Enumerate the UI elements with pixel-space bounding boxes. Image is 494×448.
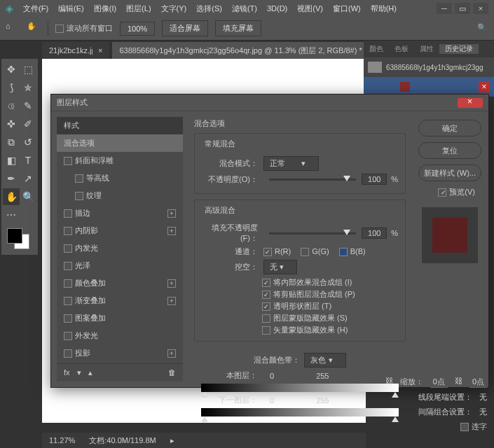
opacity-slider[interactable] bbox=[269, 178, 356, 181]
add-effect-icon[interactable]: + bbox=[167, 297, 176, 305]
effect-satin[interactable]: 光泽 bbox=[57, 257, 183, 274]
color-swatches[interactable] bbox=[7, 228, 32, 249]
blend-mode-select[interactable]: 正常 ▾ bbox=[263, 156, 319, 171]
fill-screen-button[interactable]: 填充屏幕 bbox=[215, 20, 261, 36]
doc-size[interactable]: 文档:40.0M/119.8M bbox=[89, 435, 156, 446]
chain-icon[interactable]: ⛓ bbox=[455, 377, 462, 388]
fit-screen-button[interactable]: 适合屏幕 bbox=[162, 20, 208, 36]
eyedropper-tool-icon[interactable]: ✎ bbox=[20, 97, 36, 114]
vector-mask-hides-checkbox[interactable]: 矢量蒙版隐藏效果 (H) bbox=[262, 325, 398, 335]
crop-tool-icon[interactable]: ⟃ bbox=[3, 97, 20, 114]
hand-tool-icon[interactable]: ✋ bbox=[3, 188, 20, 205]
this-layer-gradient[interactable] bbox=[201, 384, 399, 392]
transparency-shapes-checkbox[interactable]: 透明形状图层 (T) bbox=[262, 301, 398, 312]
add-effect-icon[interactable]: + bbox=[167, 227, 176, 235]
effect-gradient-overlay[interactable]: 渐变叠加+ bbox=[57, 292, 183, 309]
cancel-button[interactable]: 复位 bbox=[418, 142, 481, 159]
menu-edit[interactable]: 编辑(E) bbox=[58, 4, 84, 14]
search-icon[interactable]: 🔍 bbox=[477, 23, 488, 34]
window-restore[interactable]: ▭ bbox=[455, 3, 470, 14]
channel-r-checkbox[interactable]: R(R) bbox=[263, 247, 291, 256]
type-tool-icon[interactable]: T bbox=[20, 152, 36, 169]
new-style-button[interactable]: 新建样式 (W)... bbox=[418, 164, 481, 181]
add-effect-icon[interactable]: + bbox=[167, 279, 176, 288]
effect-texture[interactable]: 纹理 bbox=[57, 187, 183, 204]
blend-interior-checkbox[interactable]: 将内部效果混合成组 (I) bbox=[262, 277, 398, 288]
effect-drop-shadow[interactable]: 投影+ bbox=[57, 344, 183, 362]
panel-tab-properties[interactable]: 属性 bbox=[414, 44, 439, 54]
dialog-titlebar[interactable]: 图层样式 bbox=[51, 94, 488, 111]
menu-image[interactable]: 图像(I) bbox=[94, 4, 116, 14]
chevron-down-icon[interactable]: ▾ bbox=[77, 368, 81, 377]
zoom-100-button[interactable]: 100% bbox=[120, 22, 155, 36]
knockout-select[interactable]: 无 ▾ bbox=[263, 260, 297, 274]
menu-filter[interactable]: 滤镜(T) bbox=[232, 4, 257, 14]
fill-opacity-slider[interactable] bbox=[269, 232, 356, 234]
edit-toolbar-icon[interactable]: ⋯ bbox=[3, 206, 20, 223]
menu-file[interactable]: 文件(F) bbox=[23, 4, 48, 14]
fx-icon[interactable]: fx bbox=[64, 368, 70, 377]
effect-pattern-overlay[interactable]: 图案叠加 bbox=[57, 309, 183, 327]
menu-help[interactable]: 帮助(H) bbox=[371, 4, 397, 14]
panel-tab-swatches[interactable]: 色板 bbox=[389, 44, 414, 54]
lasso-tool-icon[interactable]: ⟆ bbox=[3, 79, 20, 96]
blend-clipped-checkbox[interactable]: 将剪贴图层混合成组 (P) bbox=[262, 289, 398, 300]
effect-bevel[interactable]: 斜面和浮雕 bbox=[57, 152, 183, 169]
home-icon[interactable]: ⌂ bbox=[6, 22, 20, 36]
channel-g-checkbox[interactable]: G(G) bbox=[301, 247, 329, 256]
layer-style-dialog: 图层样式 样式 混合选项 斜面和浮雕 等高线 纹理 描边+ 内阴影+ 内发光 光… bbox=[50, 94, 489, 388]
clone-tool-icon[interactable]: ⧉ bbox=[3, 134, 20, 150]
path-tool-icon[interactable]: ↗ bbox=[20, 170, 36, 187]
menu-layer[interactable]: 图层(L) bbox=[126, 4, 151, 14]
ok-button[interactable]: 确定 bbox=[418, 120, 481, 136]
hand-tool-icon[interactable]: ✋ bbox=[27, 22, 41, 36]
layer-mask-hides-checkbox[interactable]: 图层蒙版隐藏效果 (S) bbox=[262, 313, 398, 323]
marquee-tool-icon[interactable]: ⬚ bbox=[20, 61, 36, 78]
menu-3d[interactable]: 3D(D) bbox=[267, 4, 287, 13]
panel-tab-color[interactable]: 颜色 bbox=[364, 44, 389, 54]
effect-stroke[interactable]: 描边+ bbox=[57, 204, 183, 222]
ligatures-checkbox[interactable]: 连字 bbox=[460, 421, 487, 432]
close-icon[interactable]: × bbox=[98, 46, 102, 55]
panel-tab-history[interactable]: 历史记录 bbox=[439, 44, 479, 54]
trash-icon[interactable]: 🗑 bbox=[168, 368, 176, 377]
pen-tool-icon[interactable]: ✒ bbox=[3, 170, 20, 187]
zoom-level[interactable]: 11.27% bbox=[49, 436, 75, 444]
menu-type[interactable]: 文字(Y) bbox=[161, 4, 187, 14]
effect-color-overlay[interactable]: 颜色叠加+ bbox=[57, 274, 183, 292]
chain-icon[interactable]: ⛓ bbox=[385, 377, 393, 388]
opacity-input[interactable]: 100 bbox=[362, 174, 387, 185]
fill-opacity-input[interactable]: 100 bbox=[362, 227, 387, 239]
eraser-tool-icon[interactable]: ◧ bbox=[3, 152, 20, 169]
menu-view[interactable]: 视图(V) bbox=[297, 4, 323, 14]
window-close[interactable]: × bbox=[473, 3, 488, 14]
preview-checkbox[interactable]: 预览(V) bbox=[419, 187, 475, 197]
effect-inner-glow[interactable]: 内发光 bbox=[57, 239, 183, 257]
document-tab[interactable]: 63885668ly1g4y1h3gmkcj23gg56o4qr.jpg @ 1… bbox=[112, 42, 379, 59]
menu-window[interactable]: 窗口(W) bbox=[333, 4, 361, 14]
zoom-tool-icon[interactable]: 🔍 bbox=[20, 188, 36, 205]
blend-if-select[interactable]: 灰色 ▾ bbox=[304, 353, 345, 368]
effect-blending-options[interactable]: 混合选项 bbox=[57, 134, 183, 152]
close-icon[interactable]: × bbox=[479, 81, 490, 92]
effect-outer-glow[interactable]: 外发光 bbox=[57, 327, 183, 344]
window-minimize[interactable]: ─ bbox=[437, 3, 452, 14]
menu-select[interactable]: 选择(S) bbox=[196, 4, 222, 14]
effect-inner-shadow[interactable]: 内阴影+ bbox=[57, 222, 183, 239]
chevron-right-icon[interactable]: ▸ bbox=[170, 436, 174, 445]
scroll-all-checkbox[interactable]: 滚动所有窗口 bbox=[55, 23, 113, 34]
channel-b-checkbox[interactable]: B(B) bbox=[339, 247, 366, 256]
history-item[interactable]: 63885668ly1g4y1h3gmkcj23gg bbox=[364, 57, 494, 77]
document-tab[interactable]: 21jk2bc1kz.jpg× bbox=[42, 42, 109, 59]
dialog-close-button[interactable] bbox=[458, 98, 483, 108]
effect-contour[interactable]: 等高线 bbox=[57, 169, 183, 187]
add-effect-icon[interactable]: + bbox=[167, 209, 176, 218]
magic-wand-tool-icon[interactable]: ✯ bbox=[20, 79, 36, 96]
healing-tool-icon[interactable]: ✜ bbox=[3, 115, 20, 132]
underlying-gradient[interactable] bbox=[201, 408, 399, 416]
brush-tool-icon[interactable]: ✐ bbox=[20, 115, 36, 132]
add-effect-icon[interactable]: + bbox=[167, 349, 176, 358]
move-tool-icon[interactable]: ✥ bbox=[3, 61, 20, 78]
chevron-up-icon[interactable]: ▴ bbox=[88, 368, 92, 377]
history-brush-icon[interactable]: ↺ bbox=[20, 134, 36, 150]
